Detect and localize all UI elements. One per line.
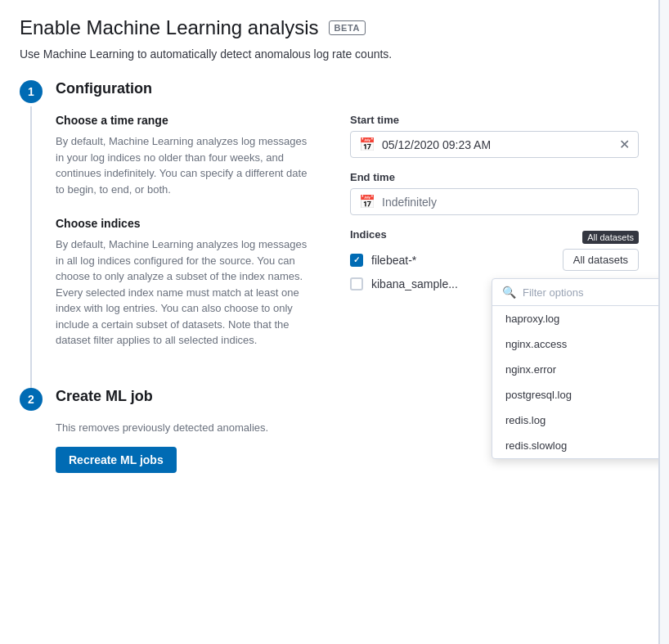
index-row-filebeat: ✓ filebeat-* All datasets All datasets bbox=[350, 249, 639, 271]
step-2-number: 2 bbox=[20, 388, 43, 411]
dropdown-filter-input[interactable] bbox=[523, 286, 659, 299]
calendar-icon-end: 📅 bbox=[359, 194, 375, 209]
time-range-desc: By default, Machine Learning analyzes lo… bbox=[56, 133, 317, 197]
page-title: Enable Machine Learning analysis bbox=[20, 16, 319, 39]
dropdown-item-haproxy[interactable]: haproxy.log bbox=[492, 306, 659, 331]
step-2-left: 2 bbox=[20, 388, 43, 486]
start-time-input[interactable] bbox=[382, 138, 619, 151]
dataset-dropdown-panel: 🔍 haproxy.log nginx.access nginx.error p… bbox=[492, 278, 659, 459]
time-range-heading: Choose a time range bbox=[56, 114, 317, 127]
right-col: Start time 📅 ✕ End time bbox=[350, 114, 639, 368]
dropdown-item-postgresql[interactable]: postgresql.log bbox=[492, 382, 659, 408]
step-1-layout: Choose a time range By default, Machine … bbox=[56, 114, 639, 368]
start-time-input-container[interactable]: 📅 ✕ bbox=[350, 131, 639, 158]
recreate-ml-jobs-button[interactable]: Recreate ML jobs bbox=[56, 447, 177, 473]
start-time-label: Start time bbox=[350, 114, 639, 126]
step-1-number: 1 bbox=[20, 80, 43, 103]
dropdown-item-redis-slowlog[interactable]: redis.slowlog bbox=[492, 433, 659, 458]
choose-indices-heading: Choose indices bbox=[56, 217, 317, 230]
start-time-field: Start time 📅 ✕ bbox=[350, 114, 639, 158]
dropdown-item-redis[interactable]: redis.log bbox=[492, 408, 659, 433]
step-1-content: Configuration Choose a time range By def… bbox=[56, 80, 639, 388]
filebeat-index-name: filebeat-* bbox=[371, 254, 555, 267]
dropdown-item-nginx-access[interactable]: nginx.access bbox=[492, 331, 659, 357]
start-time-clear-button[interactable]: ✕ bbox=[619, 137, 630, 152]
search-icon: 🔍 bbox=[502, 286, 516, 299]
step-1-title: Configuration bbox=[56, 80, 639, 97]
left-col: Choose a time range By default, Machine … bbox=[56, 114, 317, 368]
all-datasets-button[interactable]: All datasets bbox=[563, 249, 639, 271]
filebeat-checkbox[interactable]: ✓ bbox=[350, 254, 363, 267]
page-subtitle: Use Machine Learning to automatically de… bbox=[20, 47, 639, 61]
dataset-dropdown-container: All datasets All datasets 🔍 haproxy.log bbox=[563, 249, 639, 271]
step-1-line bbox=[30, 106, 32, 388]
indices-section: Indices ✓ filebeat-* All datasets bbox=[350, 228, 639, 290]
dropdown-item-nginx-error[interactable]: nginx.error bbox=[492, 357, 659, 382]
end-time-input-container[interactable]: 📅 bbox=[350, 188, 639, 215]
close-icon: ✕ bbox=[619, 137, 630, 152]
beta-badge: BETA bbox=[329, 20, 366, 35]
calendar-icon: 📅 bbox=[359, 137, 375, 152]
step-1-left: 1 bbox=[20, 80, 43, 388]
dropdown-search-container: 🔍 bbox=[492, 279, 659, 306]
end-time-label: End time bbox=[350, 171, 639, 183]
kibana-checkbox[interactable] bbox=[350, 277, 363, 290]
end-time-field: End time 📅 bbox=[350, 171, 639, 215]
choose-indices-desc: By default, Machine Learning analyzes lo… bbox=[56, 236, 317, 349]
dataset-tooltip: All datasets bbox=[582, 231, 639, 244]
end-time-input[interactable] bbox=[382, 196, 630, 209]
step-1-row: 1 Configuration Choose a time range By d… bbox=[20, 80, 639, 388]
page-header: Enable Machine Learning analysis BETA bbox=[20, 16, 639, 39]
check-icon: ✓ bbox=[353, 255, 360, 264]
scrollbar[interactable] bbox=[659, 0, 669, 644]
